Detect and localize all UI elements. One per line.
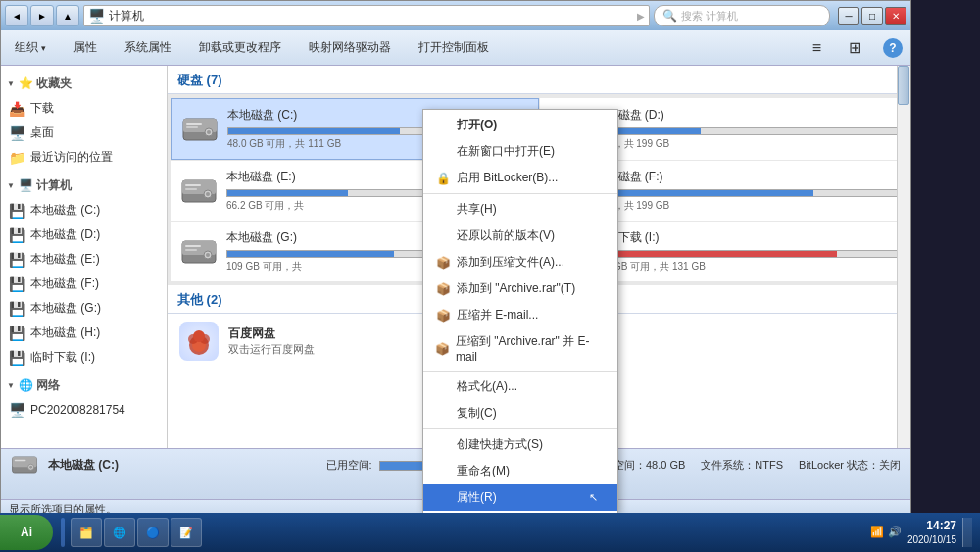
sidebar-item-h[interactable]: 💾 本地磁盘 (H:) [1,321,167,345]
ctx-compress-email[interactable]: 📦 压缩并 E-mail... [423,302,617,328]
disk-i-space: 114 GB 可用，共 131 GB [595,260,900,274]
scrollbar-track[interactable] [897,66,910,448]
toolbar-uninstall[interactable]: 卸载或更改程序 [193,35,287,60]
disk-d-info: 本地磁盘 (D:) 可用，共 199 GB [595,107,900,151]
start-button[interactable]: Ai [0,515,53,550]
toolbar-organize[interactable]: 组织 ▾ [9,35,52,60]
ctx-open-new-window[interactable]: 在新窗口中打开(E) [423,138,617,165]
sidebar-item-e[interactable]: 💾 本地磁盘 (E:) [1,247,167,272]
disk-e-hdd-icon [179,174,219,209]
taskbar-items: 🗂️ 🌐 🔵 📝 [57,518,862,547]
ctx-sep-3 [423,428,617,429]
svg-rect-28 [185,245,201,247]
ctx-lock-icon: 🔒 [435,171,451,186]
disk-e-icon: 💾 [9,252,24,268]
titlebar-left: ◄ ► ▲ 🖥️ 计算机 ▶ 🔍 搜索 计算机 [5,5,830,26]
ctx-create-shortcut[interactable]: 创建快捷方式(S) [423,431,617,458]
ctx-rar-icon: 📦 [435,281,451,297]
svg-point-27 [206,253,210,257]
ctx-add-archive-rar[interactable]: 📦 添加到 "Archive.rar"(T) [423,276,617,302]
sidebar-item-desktop[interactable]: 🖥️ 桌面 [1,121,167,145]
toolbar-system-properties[interactable]: 系统属性 [119,35,177,60]
show-desktop-button[interactable] [962,518,972,547]
ctx-compress-rar-email[interactable]: 📦 压缩到 "Archive.rar" 并 E-mail [423,328,617,369]
sidebar-item-g[interactable]: 💾 本地磁盘 (G:) [1,296,167,321]
downloads-icon: 📥 [9,101,24,117]
svg-point-3 [207,130,211,134]
taskbar-notepad[interactable]: 📝 [171,518,202,547]
scrollbar-thumb[interactable] [898,66,909,105]
nav-forward-button[interactable]: ► [30,5,54,26]
sidebar-item-recent[interactable]: 📁 最近访问的位置 [1,145,167,170]
svg-rect-4 [186,123,202,125]
toolbar-view-details[interactable]: ⊞ [843,34,867,61]
disk-d-icon: 💾 [9,227,24,243]
nav-back-button[interactable]: ◄ [5,5,28,26]
sidebar-item-c[interactable]: 💾 本地磁盘 (C:) [1,198,167,223]
minimize-button[interactable]: ─ [838,7,859,25]
taskbar-browser2[interactable]: 🔵 [137,518,169,547]
ctx-open[interactable]: 打开(O) [423,112,617,138]
ctx-properties[interactable]: 属性(R) ↖ [423,484,617,511]
sidebar-item-downloads[interactable]: 📥 下载 [1,96,167,121]
ctx-compress-email-icon: 📦 [435,308,451,324]
titlebar-controls: ─ □ ✕ [838,7,906,25]
svg-point-44 [29,466,32,469]
recent-icon: 📁 [9,150,24,166]
sidebar-favorites-header[interactable]: ▼⭐ 收藏夹 [1,72,167,96]
ctx-format[interactable]: 格式化(A)... [423,374,617,400]
svg-point-40 [193,330,205,342]
ctx-bitlocker[interactable]: 🔒 启用 BitLocker(B)... [423,165,617,191]
sidebar-network-header[interactable]: ▼🌐 网络 [1,374,167,398]
sidebar-item-d[interactable]: 💾 本地磁盘 (D:) [1,223,167,247]
disk-c-icon: 💾 [9,203,24,219]
toolbar-properties[interactable]: 属性 [68,35,103,60]
ctx-rename[interactable]: 重命名(M) [423,458,617,484]
sidebar-item-pc[interactable]: 🖥️ PC202008281754 [1,398,167,422]
ctx-sep-1 [423,193,617,194]
taskbar-explorer[interactable]: 🗂️ [71,518,102,547]
toolbar-help[interactable]: ? [883,38,903,58]
sidebar: ▼⭐ 收藏夹 📥 下载 🖥️ 桌面 📁 最近访问的位置 ▼🖥️ 计算机 [1,66,168,448]
status-fs: 文件系统：NTFS [701,458,783,473]
address-bar[interactable]: 🖥️ 计算机 ▶ [83,5,650,26]
ctx-share[interactable]: 共享(H) [423,196,617,223]
maximize-button[interactable]: □ [861,7,883,25]
clock: 14:27 2020/10/15 [907,518,956,548]
toolbar-map-drive[interactable]: 映射网络驱动器 [303,35,397,60]
system-tray: 📶 🔊 [870,526,902,538]
close-button[interactable]: ✕ [885,7,906,25]
ctx-add-archive[interactable]: 📦 添加到压缩文件(A)... [423,249,617,276]
ctx-restore-version[interactable]: 还原以前的版本(V) [423,223,617,249]
ctx-copy[interactable]: 复制(C) [423,400,617,427]
baidu-info: 百度网盘 双击运行百度网盘 [228,326,315,357]
nav-up-button[interactable]: ▲ [56,5,79,26]
search-bar[interactable]: 🔍 搜索 计算机 [654,5,830,26]
volume-icon: 🔊 [888,526,902,538]
ctx-shortcut-icon [435,437,451,453]
sidebar-computer-header[interactable]: ▼🖥️ 计算机 [1,174,167,198]
disk-i-bar-container [595,250,900,258]
harddisk-section-header: 硬盘 (7) [168,66,910,94]
toolbar-control-panel[interactable]: 打开控制面板 [413,35,495,60]
toolbar-view-icon[interactable]: ≡ [807,35,827,61]
sidebar-item-f[interactable]: 💾 本地磁盘 (F:) [1,272,167,296]
pc-icon: 🖥️ [9,402,24,418]
ctx-open-new-icon [435,144,451,160]
ctx-format-icon [435,379,451,395]
taskbar-right: 📶 🔊 14:27 2020/10/15 [862,518,980,548]
disk-i-info: 临时下载 (I:) 114 GB 可用，共 131 GB [595,229,900,274]
ctx-rename-icon [435,464,451,479]
baidu-name: 百度网盘 [228,326,315,342]
titlebar: ◄ ► ▲ 🖥️ 计算机 ▶ 🔍 搜索 计算机 ─ □ ✕ [1,1,910,30]
sidebar-item-i[interactable]: 💾 临时下载 (I:) [1,345,167,370]
disk-f-bar [596,190,813,196]
ctx-share-icon [435,202,451,218]
sidebar-computer-section: ▼🖥️ 计算机 💾 本地磁盘 (C:) 💾 本地磁盘 (D:) 💾 本地磁盘 (… [1,172,167,372]
context-menu: 打开(O) 在新窗口中打开(E) 🔒 启用 BitLocker(B)... 共享… [422,109,618,514]
svg-rect-17 [185,188,197,190]
taskbar-browser1[interactable]: 🌐 [104,518,135,547]
disk-f-info: 本地磁盘 (F:) 可用，共 199 GB [595,169,900,213]
disk-f-space: 可用，共 199 GB [595,199,900,213]
disk-g-icon: 💾 [9,301,24,317]
